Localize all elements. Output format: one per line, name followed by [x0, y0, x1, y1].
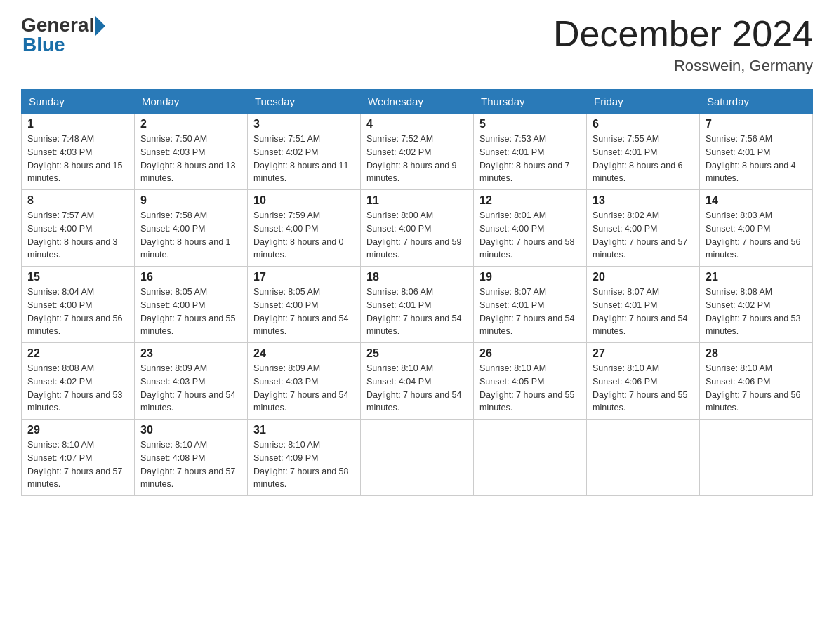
calendar-cell: 29 Sunrise: 8:10 AM Sunset: 4:07 PM Dayl… — [22, 420, 135, 496]
weekday-header-tuesday: Tuesday — [248, 90, 361, 114]
calendar-cell: 1 Sunrise: 7:48 AM Sunset: 4:03 PM Dayli… — [22, 114, 135, 190]
day-number: 29 — [27, 424, 128, 436]
calendar-cell: 7 Sunrise: 7:56 AM Sunset: 4:01 PM Dayli… — [700, 114, 813, 190]
day-number: 26 — [479, 347, 581, 360]
calendar-cell: 6 Sunrise: 7:55 AM Sunset: 4:01 PM Dayli… — [587, 114, 700, 190]
day-info: Sunrise: 8:05 AM Sunset: 4:00 PM Dayligh… — [253, 286, 355, 338]
day-info: Sunrise: 7:48 AM Sunset: 4:03 PM Dayligh… — [27, 133, 128, 185]
day-info: Sunrise: 7:56 AM Sunset: 4:01 PM Dayligh… — [706, 133, 807, 185]
calendar-cell: 27 Sunrise: 8:10 AM Sunset: 4:06 PM Dayl… — [587, 343, 700, 420]
day-number: 3 — [253, 118, 355, 130]
calendar-cell: 28 Sunrise: 8:10 AM Sunset: 4:06 PM Dayl… — [700, 343, 813, 420]
calendar-week-row: 8 Sunrise: 7:57 AM Sunset: 4:00 PM Dayli… — [22, 190, 813, 267]
page-header: General Blue December 2024 Rosswein, Ger… — [21, 14, 813, 75]
calendar-cell: 22 Sunrise: 8:08 AM Sunset: 4:02 PM Dayl… — [22, 343, 135, 420]
day-number: 25 — [366, 347, 468, 360]
calendar-cell: 14 Sunrise: 8:03 AM Sunset: 4:00 PM Dayl… — [700, 190, 813, 267]
day-info: Sunrise: 8:09 AM Sunset: 4:03 PM Dayligh… — [253, 362, 355, 415]
location-subtitle: Rosswein, Germany — [553, 57, 813, 75]
calendar-cell: 12 Sunrise: 8:01 AM Sunset: 4:00 PM Dayl… — [474, 190, 587, 267]
calendar-cell: 16 Sunrise: 8:05 AM Sunset: 4:00 PM Dayl… — [135, 267, 248, 343]
logo: General Blue — [21, 14, 105, 56]
calendar-cell — [361, 420, 474, 496]
day-number: 12 — [479, 194, 581, 207]
day-info: Sunrise: 8:06 AM Sunset: 4:01 PM Dayligh… — [366, 286, 468, 338]
day-number: 15 — [27, 271, 128, 283]
calendar-cell: 8 Sunrise: 7:57 AM Sunset: 4:00 PM Dayli… — [22, 190, 135, 267]
day-number: 23 — [140, 347, 241, 360]
day-number: 31 — [253, 424, 355, 436]
day-info: Sunrise: 8:10 AM Sunset: 4:07 PM Dayligh… — [27, 438, 128, 491]
day-info: Sunrise: 8:10 AM Sunset: 4:04 PM Dayligh… — [366, 362, 468, 415]
day-number: 16 — [140, 271, 241, 283]
day-number: 14 — [706, 194, 807, 207]
month-title: December 2024 — [553, 14, 813, 54]
day-info: Sunrise: 7:51 AM Sunset: 4:02 PM Dayligh… — [253, 133, 355, 185]
calendar-cell: 11 Sunrise: 8:00 AM Sunset: 4:00 PM Dayl… — [361, 190, 474, 267]
day-info: Sunrise: 8:10 AM Sunset: 4:05 PM Dayligh… — [479, 362, 581, 415]
calendar-cell: 4 Sunrise: 7:52 AM Sunset: 4:02 PM Dayli… — [361, 114, 474, 190]
day-number: 2 — [140, 118, 241, 130]
calendar-cell: 19 Sunrise: 8:07 AM Sunset: 4:01 PM Dayl… — [474, 267, 587, 343]
day-info: Sunrise: 8:08 AM Sunset: 4:02 PM Dayligh… — [706, 286, 807, 338]
day-info: Sunrise: 8:07 AM Sunset: 4:01 PM Dayligh… — [479, 286, 581, 338]
day-info: Sunrise: 8:04 AM Sunset: 4:00 PM Dayligh… — [27, 286, 128, 338]
title-block: December 2024 Rosswein, Germany — [553, 14, 813, 75]
day-number: 13 — [593, 194, 694, 207]
day-number: 27 — [593, 347, 694, 360]
day-info: Sunrise: 8:01 AM Sunset: 4:00 PM Dayligh… — [479, 209, 581, 262]
calendar-cell: 10 Sunrise: 7:59 AM Sunset: 4:00 PM Dayl… — [248, 190, 361, 267]
day-info: Sunrise: 8:10 AM Sunset: 4:06 PM Dayligh… — [706, 362, 807, 415]
day-number: 10 — [253, 194, 355, 207]
calendar-week-row: 1 Sunrise: 7:48 AM Sunset: 4:03 PM Dayli… — [22, 114, 813, 190]
weekday-header-row: SundayMondayTuesdayWednesdayThursdayFrid… — [22, 90, 813, 114]
day-number: 7 — [706, 118, 807, 130]
day-info: Sunrise: 7:52 AM Sunset: 4:02 PM Dayligh… — [366, 133, 468, 185]
calendar-cell: 26 Sunrise: 8:10 AM Sunset: 4:05 PM Dayl… — [474, 343, 587, 420]
day-info: Sunrise: 8:10 AM Sunset: 4:09 PM Dayligh… — [253, 438, 355, 491]
day-info: Sunrise: 8:07 AM Sunset: 4:01 PM Dayligh… — [593, 286, 694, 338]
day-number: 8 — [27, 194, 128, 207]
day-info: Sunrise: 7:59 AM Sunset: 4:00 PM Dayligh… — [253, 209, 355, 262]
calendar-cell: 31 Sunrise: 8:10 AM Sunset: 4:09 PM Dayl… — [248, 420, 361, 496]
weekday-header-wednesday: Wednesday — [361, 90, 474, 114]
day-info: Sunrise: 8:09 AM Sunset: 4:03 PM Dayligh… — [140, 362, 241, 415]
calendar-week-row: 15 Sunrise: 8:04 AM Sunset: 4:00 PM Dayl… — [22, 267, 813, 343]
calendar-cell: 5 Sunrise: 7:53 AM Sunset: 4:01 PM Dayli… — [474, 114, 587, 190]
day-info: Sunrise: 8:08 AM Sunset: 4:02 PM Dayligh… — [27, 362, 128, 415]
calendar-week-row: 22 Sunrise: 8:08 AM Sunset: 4:02 PM Dayl… — [22, 343, 813, 420]
day-info: Sunrise: 8:03 AM Sunset: 4:00 PM Dayligh… — [706, 209, 807, 262]
calendar-cell: 17 Sunrise: 8:05 AM Sunset: 4:00 PM Dayl… — [248, 267, 361, 343]
day-number: 22 — [27, 347, 128, 360]
calendar-cell: 9 Sunrise: 7:58 AM Sunset: 4:00 PM Dayli… — [135, 190, 248, 267]
weekday-header-thursday: Thursday — [474, 90, 587, 114]
day-info: Sunrise: 8:00 AM Sunset: 4:00 PM Dayligh… — [366, 209, 468, 262]
calendar-cell: 30 Sunrise: 8:10 AM Sunset: 4:08 PM Dayl… — [135, 420, 248, 496]
day-number: 19 — [479, 271, 581, 283]
day-info: Sunrise: 8:05 AM Sunset: 4:00 PM Dayligh… — [140, 286, 241, 338]
day-number: 6 — [593, 118, 694, 130]
day-number: 18 — [366, 271, 468, 283]
day-number: 30 — [140, 424, 241, 436]
calendar-cell — [700, 420, 813, 496]
day-number: 17 — [253, 271, 355, 283]
day-number: 5 — [479, 118, 581, 130]
calendar-cell: 25 Sunrise: 8:10 AM Sunset: 4:04 PM Dayl… — [361, 343, 474, 420]
weekday-header-friday: Friday — [587, 90, 700, 114]
day-info: Sunrise: 7:58 AM Sunset: 4:00 PM Dayligh… — [140, 209, 241, 262]
calendar-cell: 15 Sunrise: 8:04 AM Sunset: 4:00 PM Dayl… — [22, 267, 135, 343]
calendar-cell: 13 Sunrise: 8:02 AM Sunset: 4:00 PM Dayl… — [587, 190, 700, 267]
weekday-header-sunday: Sunday — [22, 90, 135, 114]
weekday-header-saturday: Saturday — [700, 90, 813, 114]
day-number: 4 — [366, 118, 468, 130]
day-info: Sunrise: 7:55 AM Sunset: 4:01 PM Dayligh… — [593, 133, 694, 185]
calendar-table: SundayMondayTuesdayWednesdayThursdayFrid… — [21, 89, 813, 496]
day-number: 9 — [140, 194, 241, 207]
calendar-cell — [474, 420, 587, 496]
calendar-cell: 24 Sunrise: 8:09 AM Sunset: 4:03 PM Dayl… — [248, 343, 361, 420]
calendar-cell: 23 Sunrise: 8:09 AM Sunset: 4:03 PM Dayl… — [135, 343, 248, 420]
calendar-cell: 18 Sunrise: 8:06 AM Sunset: 4:01 PM Dayl… — [361, 267, 474, 343]
logo-arrow-icon — [95, 16, 105, 36]
day-info: Sunrise: 8:10 AM Sunset: 4:08 PM Dayligh… — [140, 438, 241, 491]
logo-blue-text: Blue — [22, 34, 65, 56]
